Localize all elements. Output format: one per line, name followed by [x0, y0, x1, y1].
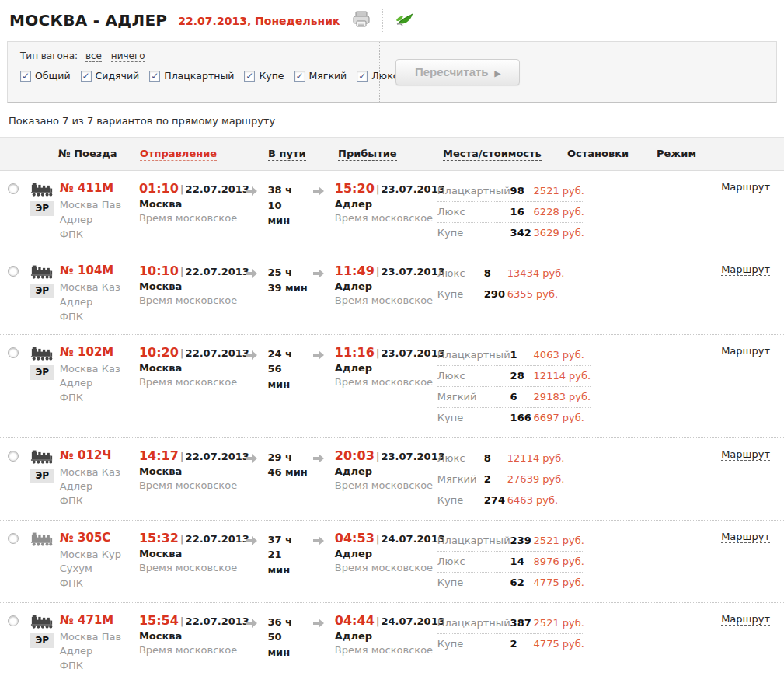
route-link[interactable]: Маршрут [721, 263, 770, 276]
route-link[interactable]: Маршрут [721, 531, 770, 543]
train-number-link[interactable]: № 305С [60, 531, 139, 545]
arrival-time: 11:16 [335, 345, 375, 360]
wagon-type-checkbox[interactable]: ✓ Купе [244, 70, 284, 82]
trip-duration: 29 ч 46 мин [267, 448, 313, 511]
arrival-timezone-note: Время московское [335, 562, 437, 573]
train-select-radio[interactable] [8, 347, 19, 358]
departure-timezone-note: Время московское [139, 212, 246, 224]
train-select-radio[interactable] [8, 615, 19, 626]
route-link[interactable]: Маршрут [721, 345, 770, 357]
train-select-radio[interactable] [8, 451, 19, 462]
train-number-link[interactable]: № 471М [60, 613, 139, 627]
seat-count: 239 [510, 531, 534, 552]
train-result-row: ЭР № 471М Москва Пав Адлер ФПК 15:54|22.… [0, 603, 784, 683]
arrival-date: 23.07.2013 [382, 347, 445, 359]
departure-time: 15:54 [139, 613, 179, 628]
seat-class-name: Плацкартный [437, 345, 510, 366]
seat-class-row: Купе 274 6463 руб. [437, 490, 565, 511]
select-none-link[interactable]: ничего [111, 51, 145, 62]
checkbox-icon[interactable]: ✓ [81, 71, 92, 82]
arrival-time: 15:20 [335, 181, 375, 196]
route-link[interactable]: Маршрут [721, 448, 770, 461]
train-route-stations: Москва Каз Адлер ФПК [60, 465, 139, 510]
checkbox-icon[interactable]: ✓ [294, 71, 305, 82]
train-icon [30, 449, 54, 467]
seat-class-name: Люкс [437, 551, 510, 572]
time-date-separator: | [179, 451, 186, 462]
seat-count: 290 [484, 284, 507, 305]
train-select-radio[interactable] [8, 183, 19, 194]
seat-classes-table: Плацкартный 387 2521 руб. Купе 2 4775 ру… [437, 613, 584, 654]
arrow-right-icon [246, 350, 257, 362]
arrival-time: 20:03 [335, 448, 375, 463]
seat-price: 2521 руб. [534, 531, 584, 552]
seat-classes-table: Плацкартный 239 2521 руб. Люкс 14 8976 р… [437, 531, 584, 593]
train-number-link[interactable]: № 102М [60, 345, 139, 359]
arrival-station: Адлер [335, 198, 437, 210]
train-number-link[interactable]: № 104М [60, 263, 139, 277]
time-date-separator: | [375, 533, 382, 545]
wagon-type-label: Тип вагона: [20, 51, 78, 61]
train-icon [30, 182, 54, 200]
arrival-station: Адлер [335, 630, 437, 642]
wagon-type-checkbox[interactable]: ✓ Плацкартный [149, 70, 234, 82]
departure-station: Москва [139, 281, 246, 292]
eco-button[interactable] [382, 9, 427, 32]
seat-class-row: Люкс 14 8976 руб. [437, 551, 584, 572]
checkbox-icon[interactable]: ✓ [244, 71, 255, 82]
select-all-link[interactable]: все [85, 51, 102, 62]
wagon-type-checkbox[interactable]: ✓ Мягкий [294, 70, 347, 82]
seat-class-name: Люкс [437, 202, 510, 223]
page: { "colors": { "accent_red": "#d93420", "… [0, 0, 784, 683]
arrival-timezone-note: Время московское [335, 376, 437, 388]
travel-date: 22.07.2013, Понедельник [178, 15, 340, 27]
seat-class-row: Плацкартный 98 2521 руб. [437, 181, 584, 202]
train-number-link[interactable]: № 411М [60, 181, 139, 195]
arrival-timezone-note: Время московское [335, 212, 437, 224]
route-link[interactable]: Маршрут [721, 613, 770, 626]
train-results-list: ЭР № 411М Москва Пав Адлер ФПК 01:10|22.… [0, 171, 784, 683]
wagon-type-checkbox[interactable]: ✓ Сидячий [81, 70, 140, 82]
train-route-stations: Москва Каз Адлер ФПК [60, 281, 139, 325]
seat-count: 98 [510, 181, 534, 202]
seat-price: 4775 руб. [534, 633, 584, 654]
checkbox-icon[interactable]: ✓ [357, 71, 368, 82]
time-date-separator: | [375, 451, 382, 462]
time-date-separator: | [179, 266, 186, 277]
train-select-radio[interactable] [8, 266, 19, 277]
column-departure-sort[interactable]: Отправление [140, 148, 268, 161]
route-link[interactable]: Маршрут [721, 181, 770, 193]
seat-count: 387 [510, 613, 534, 634]
train-result-row: № 305С Москва Кур Сухум ФПК 15:32|22.07.… [0, 521, 784, 603]
column-duration-sort[interactable]: В пути [268, 148, 338, 161]
seat-class-row: Люкс 8 12114 руб. [437, 448, 565, 469]
checkbox-icon[interactable]: ✓ [20, 71, 31, 82]
recalculate-button[interactable]: Пересчитать▶ [395, 59, 520, 85]
seat-classes-table: Люкс 8 13434 руб. Купе 290 6355 руб. [437, 263, 565, 305]
train-route-stations: Москва Пав Адлер ФПК [60, 198, 139, 242]
electronic-registration-badge: ЭР [30, 201, 54, 216]
seat-classes-table: Люкс 8 12114 руб. Мягкий 2 27639 руб. Ку… [437, 448, 565, 511]
seat-count: 2 [484, 469, 507, 490]
arrow-right-icon [313, 350, 324, 362]
arrival-timezone-note: Время московское [335, 644, 437, 656]
arrival-station: Адлер [335, 281, 437, 292]
column-train-number: № Поезда [58, 148, 140, 160]
trip-duration: 25 ч 39 мин [267, 263, 313, 325]
time-date-separator: | [179, 347, 186, 359]
seat-price: 12114 руб. [534, 365, 591, 386]
train-number-link[interactable]: № 012Ч [60, 448, 139, 462]
departure-date: 22.07.2013 [186, 533, 249, 545]
checkbox-icon[interactable]: ✓ [149, 71, 160, 82]
seat-class-name: Купе [437, 284, 484, 305]
print-button[interactable] [340, 9, 382, 32]
wagon-type-checkbox[interactable]: ✓ Общий [20, 70, 71, 82]
train-select-radio[interactable] [8, 533, 19, 544]
electronic-registration-badge: ЭР [30, 365, 54, 380]
departure-date: 22.07.2013 [186, 615, 249, 627]
column-seats-price-sort[interactable]: Места/стоимость [443, 148, 567, 161]
results-summary: Показано 7 из 7 вариантов по прямому мар… [0, 103, 784, 137]
seat-price: 6228 руб. [534, 202, 584, 223]
column-arrival-sort[interactable]: Прибытие [338, 148, 443, 161]
seat-class-row: Купе 62 4775 руб. [437, 572, 584, 593]
